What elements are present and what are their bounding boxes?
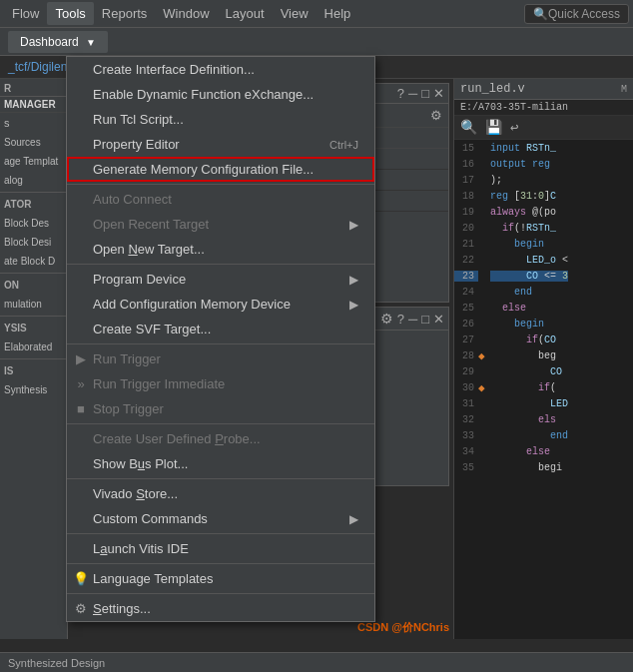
menu-property-editor[interactable]: Property Editor Ctrl+J	[67, 132, 374, 157]
menu-custom-commands[interactable]: Custom Commands ▶	[67, 506, 374, 531]
menu-property-editor-label: Property Editor	[93, 137, 180, 152]
menu-open-recent-arrow: ▶	[349, 218, 358, 232]
menu-run-trigger-immediate-label: Run Trigger Immediate	[93, 376, 225, 391]
menu-program-device-label: Program Device	[93, 272, 186, 287]
menu-view[interactable]: View	[273, 2, 316, 25]
menu-custom-commands-label: Custom Commands	[93, 511, 208, 526]
menu-sep-8	[67, 593, 374, 594]
menu-show-bus-plot-label: Show Bus Plot...	[93, 456, 188, 471]
menu-settings-label: Settings...	[93, 601, 151, 616]
menu-sep-4	[67, 423, 374, 424]
search-icon: 🔍	[533, 7, 548, 21]
settings-icon: ⚙	[73, 601, 89, 616]
menu-add-config-memory[interactable]: Add Configuration Memory Device ▶	[67, 292, 374, 317]
menu-run-trigger: ▶ Run Trigger	[67, 346, 374, 371]
menu-stop-trigger: ■ Stop Trigger	[67, 396, 374, 421]
menu-create-interface[interactable]: Create Interface Definition...	[67, 57, 374, 82]
menu-add-config-memory-arrow: ▶	[349, 298, 358, 312]
menu-open-recent-label: Open Recent Target	[93, 217, 209, 232]
menu-launch-vitis-label: Launch Vitis IDE	[93, 541, 189, 556]
menu-sep-5	[67, 478, 374, 479]
menu-language-templates[interactable]: 💡 Language Templates	[67, 566, 374, 591]
menu-open-recent: Open Recent Target ▶	[67, 212, 374, 237]
menu-open-new-target[interactable]: Open New Target...	[67, 237, 374, 262]
menu-program-device[interactable]: Program Device ▶	[67, 267, 374, 292]
menu-run-trigger-immediate: » Run Trigger Immediate	[67, 371, 374, 396]
content-area: Dashboard ▼ _tcf/Digilent/210249856490 O…	[0, 28, 633, 672]
menu-stop-trigger-label: Stop Trigger	[93, 401, 164, 416]
menu-sep-7	[67, 563, 374, 564]
run-trigger-icon: ▶	[73, 351, 89, 366]
menu-vivado-store-label: Vivado Store...	[93, 486, 178, 501]
menu-create-probe-label: Create User Defined Probe...	[93, 431, 261, 446]
language-templates-icon: 💡	[73, 571, 89, 586]
menu-launch-vitis[interactable]: Launch Vitis IDE	[67, 536, 374, 561]
menu-tools[interactable]: Tools	[47, 2, 93, 25]
menu-sep-6	[67, 533, 374, 534]
quick-access-bar[interactable]: 🔍 Quick Access	[524, 4, 629, 24]
menu-settings[interactable]: ⚙ Settings...	[67, 596, 374, 621]
menu-enable-dynamic[interactable]: Enable Dynamic Function eXchange...	[67, 82, 374, 107]
menu-add-config-memory-label: Add Configuration Memory Device	[93, 297, 291, 312]
dropdown-overlay: Create Interface Definition... Enable Dy…	[0, 28, 633, 672]
menu-flow[interactable]: Flow	[4, 2, 47, 25]
menu-create-svf-label: Create SVF Target...	[93, 322, 211, 336]
menu-generate-memory-label: Generate Memory Configuration File...	[93, 162, 314, 177]
menu-show-bus-plot[interactable]: Show Bus Plot...	[67, 451, 374, 476]
menu-run-tcl-label: Run Tcl Script...	[93, 112, 184, 127]
menu-open-new-target-label: Open New Target...	[93, 242, 205, 257]
menu-generate-memory[interactable]: Generate Memory Configuration File...	[67, 157, 374, 182]
menu-sep-2	[67, 264, 374, 265]
menu-create-probe: Create User Defined Probe...	[67, 426, 374, 451]
menubar: Flow Tools Reports Window Layout View He…	[0, 0, 633, 28]
quick-access-label: Quick Access	[548, 7, 620, 21]
menu-vivado-store[interactable]: Vivado Store...	[67, 481, 374, 506]
menu-layout[interactable]: Layout	[218, 2, 273, 25]
menu-custom-commands-arrow: ▶	[349, 512, 358, 526]
menu-run-trigger-label: Run Trigger	[93, 351, 161, 366]
menu-run-tcl[interactable]: Run Tcl Script...	[67, 107, 374, 132]
menu-enable-dynamic-label: Enable Dynamic Function eXchange...	[93, 87, 314, 102]
menu-window[interactable]: Window	[155, 2, 217, 25]
menu-sep-1	[67, 184, 374, 185]
menu-language-templates-label: Language Templates	[93, 571, 213, 586]
menu-create-svf[interactable]: Create SVF Target...	[67, 317, 374, 341]
stop-trigger-icon: ■	[73, 401, 89, 416]
menu-auto-connect-label: Auto Connect	[93, 192, 172, 207]
tools-menu: Create Interface Definition... Enable Dy…	[66, 56, 375, 622]
menu-create-interface-label: Create Interface Definition...	[93, 62, 255, 77]
run-trigger-immediate-icon: »	[73, 376, 89, 391]
menu-help[interactable]: Help	[316, 2, 359, 25]
menu-property-editor-shortcut: Ctrl+J	[329, 139, 358, 151]
menu-program-device-arrow: ▶	[349, 273, 358, 287]
menu-reports[interactable]: Reports	[94, 2, 156, 25]
menu-sep-3	[67, 343, 374, 344]
menu-auto-connect: Auto Connect	[67, 187, 374, 212]
